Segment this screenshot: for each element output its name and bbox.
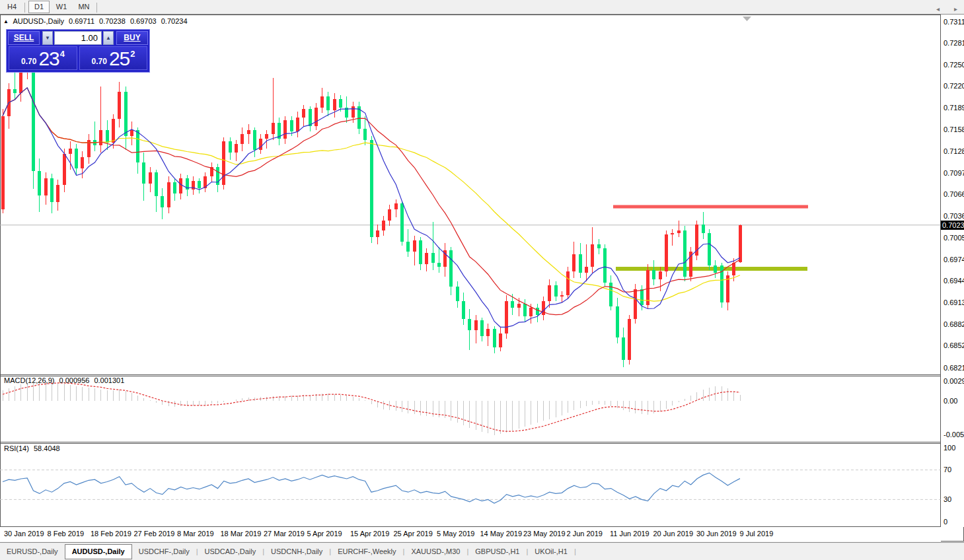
price-axis[interactable]: 0.731150.728100.725050.722000.718900.715… [941, 15, 964, 527]
macd-axis-label: 0.00 [944, 397, 957, 405]
buy-price-pip: 2 [130, 49, 135, 59]
date-axis-label: 2 Jun 2019 [567, 530, 603, 538]
price-axis-label: 0.69130 [944, 298, 964, 307]
price-axis-label: 0.71280 [944, 147, 964, 156]
price-axis-label: 0.72200 [944, 82, 964, 90]
price-axis-label: 0.68210 [944, 364, 964, 372]
price-axis-label: 0.72505 [944, 61, 964, 69]
sell-button[interactable]: SELL [8, 31, 40, 45]
lot-decrease-button[interactable]: ▼ [42, 31, 53, 45]
price-axis-label: 0.70360 [944, 212, 964, 221]
timeframe-button-h4[interactable]: H4 [1, 1, 22, 13]
chart-tab-gbpusd[interactable]: GBPUSD-,H1 [468, 545, 526, 558]
chart-tab-usdcnh[interactable]: USDCNH-,Daily [264, 545, 329, 558]
date-axis-label: 30 Jun 2019 [696, 530, 737, 538]
rsi-label: RSI(14) 58.4048 [4, 444, 63, 452]
sell-price-prefix: 0.70 [21, 57, 36, 66]
rsi-value: 58.4048 [34, 444, 60, 452]
date-axis-label: 30 Jan 2019 [4, 530, 44, 538]
date-axis-label: 14 May 2019 [480, 530, 523, 538]
rsi-axis-label: 30 [944, 495, 951, 504]
price-axis-label: 0.70665 [944, 190, 964, 199]
macd-main-value: 0.000956 [59, 376, 89, 384]
sell-price-tile[interactable]: 0.70 23 4 [9, 46, 77, 70]
price-axis-label: 0.71585 [944, 125, 964, 134]
chart-collapse-icon[interactable]: ▲ [3, 18, 9, 24]
date-axis-label: 5 Apr 2019 [307, 530, 342, 538]
macd-signal-value: 0.001301 [94, 376, 124, 384]
toolbar-separator [24, 3, 25, 13]
price-axis-label: 0.70050 [944, 234, 964, 242]
chart-shift-icon [743, 17, 751, 21]
tabs-scroll-right-icon[interactable]: ▸ [954, 5, 957, 13]
price-chart-canvas[interactable] [0, 15, 964, 542]
lot-size-input[interactable] [54, 31, 102, 45]
timeframe-toolbar: H4D1W1MN [0, 0, 964, 15]
tab-scroll-arrows: ◂▸ [922, 5, 957, 13]
tab-separator: | [574, 547, 576, 555]
macd-axis-label: 0.002984 [944, 377, 964, 386]
date-axis-label: 20 Jun 2019 [653, 530, 694, 538]
mt4-terminal-window: H4D1W1MN ▲ AUDUSD-,Daily 0.69711 0.70238… [0, 0, 964, 560]
tabs-scroll-left-icon[interactable]: ◂ [936, 5, 940, 13]
date-axis-label: 27 Mar 2019 [264, 530, 305, 538]
chart-tab-eurusd[interactable]: EURUSD-,Daily [0, 545, 65, 558]
rsi-axis-label: 0 [944, 518, 947, 526]
rsi-axis-label: 100 [944, 444, 955, 452]
date-axis-label: 25 Apr 2019 [394, 530, 433, 538]
buy-price-prefix: 0.70 [92, 57, 107, 66]
price-axis-label: 0.68520 [944, 341, 964, 350]
chart-symbol: AUDUSD-,Daily [13, 17, 64, 25]
ohlc-low: 0.69703 [130, 17, 157, 25]
chart-tab-audusd[interactable]: AUDUSD-,Daily [65, 544, 132, 559]
price-axis-label: 0.69440 [944, 277, 964, 285]
date-axis-label: 5 May 2019 [437, 530, 474, 538]
chart-tab-usdchf[interactable]: USDCHF-,Daily [132, 545, 196, 558]
date-axis-label: 9 Jul 2019 [740, 530, 774, 538]
price-axis-label: 0.72810 [944, 39, 964, 48]
price-axis-label: 0.69745 [944, 256, 964, 264]
one-click-trading-panel: SELL ▼ ▲ BUY 0.70 23 4 0.70 25 2 [6, 29, 150, 73]
current-price-tag: 0.70234 [941, 221, 964, 230]
buy-price-tile[interactable]: 0.70 25 2 [79, 46, 147, 70]
time-axis[interactable]: 30 Jan 20198 Feb 201918 Feb 201927 Feb 2… [0, 527, 941, 542]
triangle-up-icon: ▲ [106, 35, 111, 41]
price-axis-label: 0.68825 [944, 320, 964, 329]
price-axis-label: 0.70970 [944, 169, 964, 178]
chart-tab-ukoil[interactable]: UKOil-,H1 [528, 545, 574, 558]
lot-increase-button[interactable]: ▲ [103, 31, 114, 45]
date-axis-label: 11 Jun 2019 [610, 530, 649, 538]
date-axis-label: 27 Feb 2019 [134, 530, 175, 538]
chart-tab-eurchf[interactable]: EURCHF-,Weekly [331, 545, 402, 558]
timeframe-button-mn[interactable]: MN [73, 1, 94, 13]
toolbar-separator [96, 3, 97, 13]
chart-title: ▲ AUDUSD-,Daily 0.69711 0.70238 0.69703 … [3, 17, 190, 25]
date-axis-label: 8 Feb 2019 [48, 530, 85, 538]
chart-tab-usdcad[interactable]: USDCAD-,Daily [198, 545, 263, 558]
chart-area[interactable]: ▲ AUDUSD-,Daily 0.69711 0.70238 0.69703 … [0, 15, 964, 542]
price-axis-label: 0.71890 [944, 104, 964, 112]
chart-tab-xauusd[interactable]: XAUUSD-,M30 [404, 545, 466, 558]
ohlc-high: 0.70238 [99, 17, 126, 25]
sell-price-big: 23 [38, 48, 59, 69]
date-axis-label: 23 May 2019 [523, 530, 566, 538]
date-axis-label: 8 Mar 2019 [177, 530, 214, 538]
rsi-axis-label: 70 [944, 466, 951, 474]
macd-axis-label: -0.005250 [944, 431, 964, 439]
timeframe-button-w1[interactable]: W1 [51, 1, 72, 13]
date-axis-label: 15 Apr 2019 [350, 530, 389, 538]
date-axis-label: 18 Feb 2019 [91, 530, 131, 538]
chart-tab-bar: EURUSD-,Daily AUDUSD-,DailyUSDCHF-,Daily… [0, 542, 964, 560]
buy-button[interactable]: BUY [116, 31, 148, 45]
macd-label: MACD(12,26,9) 0.000956 0.001301 [4, 376, 127, 384]
date-axis-label: 18 Mar 2019 [221, 530, 262, 538]
ohlc-open: 0.69711 [69, 17, 94, 25]
timeframe-button-d1[interactable]: D1 [28, 1, 50, 13]
buy-price-big: 25 [109, 48, 130, 69]
triangle-down-icon: ▼ [45, 35, 50, 41]
price-axis-label: 0.73115 [944, 18, 964, 26]
sell-price-pip: 4 [60, 49, 65, 59]
ohlc-close: 0.70234 [161, 17, 188, 25]
